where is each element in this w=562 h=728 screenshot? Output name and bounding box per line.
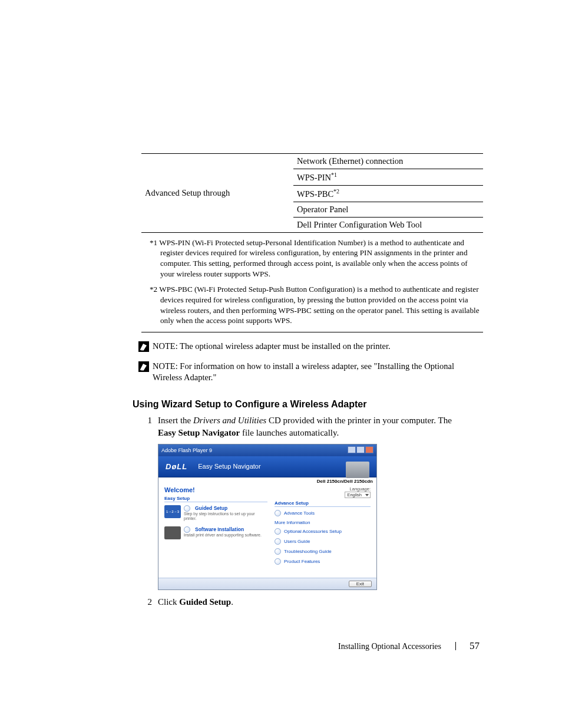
- table-row: Network (Ethernet) connection: [293, 154, 483, 169]
- mock-optional-accessories-link[interactable]: Optional Accessories Setup: [275, 528, 371, 535]
- section-heading: Using Wizard Setup to Configure a Wirele…: [133, 399, 485, 410]
- mock-language-selector[interactable]: Language: English: [275, 486, 371, 498]
- note-icon: [138, 361, 149, 372]
- footnotes: *1 WPS-PIN (Wi-Fi Protected setup-Person…: [141, 238, 483, 333]
- note-icon: [138, 341, 149, 352]
- mock-guided-setup-item[interactable]: 1→2→3 Guided Setup Step by step instruct…: [164, 505, 267, 522]
- advanced-setup-table: Advanced Setup through Network (Ethernet…: [141, 153, 483, 233]
- bullet-icon: [275, 510, 281, 516]
- mock-advance-setup-heading: Advance Setup: [275, 500, 371, 507]
- steps-icon: 1→2→3: [164, 505, 181, 518]
- maximize-icon: [356, 446, 365, 453]
- bullet-icon: [275, 548, 281, 555]
- footnote-2: *2 WPS-PBC (Wi-Fi Protected Setup-Push B…: [141, 284, 483, 326]
- bullet-icon: [184, 505, 190, 512]
- footer-section: Installing Optional Accessories: [338, 642, 441, 651]
- mock-guided-setup-desc: Step by step instructions to set up your…: [184, 512, 267, 522]
- note-text: For information on how to install a wire…: [153, 361, 454, 383]
- close-icon: [365, 446, 373, 453]
- mock-titlebar: Adobe Flash Player 9: [158, 444, 376, 456]
- dell-logo: DøLL: [166, 462, 187, 471]
- note-label: NOTE:: [153, 361, 180, 371]
- mock-lang-label: Language:: [350, 486, 371, 492]
- step-2: 2 Click Guided Setup.: [138, 596, 468, 608]
- table-row: Dell Printer Configuration Web Tool: [293, 217, 483, 232]
- printer-thumb-icon: [164, 526, 181, 539]
- mock-advance-tools-link[interactable]: Advance Tools: [275, 510, 371, 516]
- mock-guided-setup-title: Guided Setup: [195, 505, 227, 511]
- note-1: NOTE: The optional wireless adapter must…: [138, 341, 468, 353]
- mock-more-info-heading: More Information: [275, 520, 371, 525]
- mock-software-install-item[interactable]: Software Installation Install print driv…: [164, 526, 267, 539]
- mock-app-title: Easy Setup Navigator: [198, 463, 260, 470]
- step-1: 1 Insert the Drivers and Utilities CD pr…: [138, 414, 468, 439]
- mock-header: DøLL Easy Setup Navigator: [158, 456, 376, 477]
- bullet-icon: [275, 538, 281, 545]
- step-text: Click Guided Setup.: [158, 596, 233, 608]
- mock-users-guide-link[interactable]: Users Guide: [275, 538, 371, 545]
- mock-window-title: Adobe Flash Player 9: [161, 447, 212, 453]
- bullet-icon: [275, 558, 281, 565]
- mock-easy-setup-heading: Easy Setup: [164, 496, 267, 502]
- table-row: WPS-PIN*1: [293, 169, 483, 186]
- mock-lang-value: English: [345, 492, 371, 498]
- note-text: The optional wireless adapter must be in…: [180, 341, 391, 351]
- page-footer: Installing Optional Accessories 57: [77, 640, 485, 652]
- bullet-icon: [275, 528, 281, 535]
- table-row: WPS-PBC*2: [293, 185, 483, 202]
- footer-page-number: 57: [470, 640, 480, 651]
- step-number: 1: [138, 414, 158, 439]
- mock-welcome: Welcome!: [164, 486, 267, 493]
- step-text: Insert the Drivers and Utilities CD prov…: [158, 414, 468, 439]
- mock-software-desc: Install print driver and supporting soft…: [184, 533, 262, 538]
- mock-window-controls: [347, 446, 373, 454]
- table-row: Operator Panel: [293, 202, 483, 217]
- note-label: NOTE:: [153, 341, 180, 351]
- screenshot-easy-setup-navigator: Adobe Flash Player 9 DøLL Easy Setup Nav…: [158, 444, 377, 590]
- mock-product-features-link[interactable]: Product Features: [275, 558, 371, 565]
- table-left-label: Advanced Setup through: [141, 154, 293, 233]
- footnote-1: *1 WPS-PIN (Wi-Fi Protected setup-Person…: [141, 238, 483, 279]
- mock-software-title: Software Installation: [195, 526, 244, 532]
- bullet-icon: [184, 526, 190, 533]
- footer-separator: [455, 642, 456, 650]
- mock-exit-button[interactable]: Exit: [349, 581, 372, 587]
- step-number: 2: [138, 596, 158, 608]
- minimize-icon: [348, 446, 356, 453]
- mock-model-label: Dell 2150cn/Dell 2150cdn: [158, 477, 376, 484]
- mock-footer: Exit: [158, 578, 376, 589]
- mock-troubleshooting-link[interactable]: Troubleshooting Guide: [275, 548, 371, 555]
- note-2: NOTE: For information on how to install …: [138, 361, 468, 384]
- printer-icon: [346, 462, 369, 478]
